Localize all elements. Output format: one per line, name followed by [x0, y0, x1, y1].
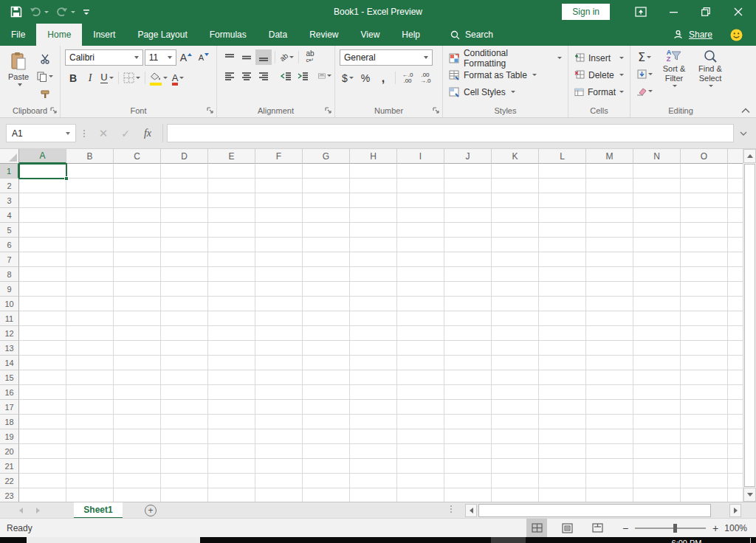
bold-button[interactable]: B — [65, 70, 81, 86]
search-box[interactable]: Search — [450, 24, 493, 46]
cell[interactable] — [161, 429, 208, 444]
cell[interactable] — [350, 179, 397, 193]
cell[interactable] — [19, 326, 66, 341]
cell[interactable] — [208, 223, 255, 238]
cell[interactable] — [208, 267, 255, 282]
cell[interactable] — [350, 208, 397, 223]
tab-view[interactable]: View — [350, 24, 391, 46]
cell[interactable] — [303, 164, 350, 179]
cell[interactable] — [633, 311, 681, 326]
cell[interactable] — [208, 459, 255, 474]
underline-button[interactable]: U — [99, 70, 115, 86]
cell[interactable] — [681, 488, 728, 502]
cell[interactable] — [255, 459, 303, 474]
column-header-F[interactable]: F — [255, 149, 303, 164]
cell[interactable] — [492, 326, 539, 341]
number-format-select[interactable]: General — [340, 49, 433, 66]
cell[interactable] — [114, 297, 161, 311]
cell[interactable] — [397, 400, 444, 415]
cell[interactable] — [586, 297, 633, 311]
name-box[interactable]: A1 — [6, 124, 76, 142]
cell[interactable] — [208, 341, 255, 356]
cell[interactable] — [161, 193, 208, 208]
cell[interactable] — [350, 282, 397, 297]
column-header-C[interactable]: C — [114, 149, 161, 164]
cell[interactable] — [303, 385, 350, 400]
column-header-N[interactable]: N — [633, 149, 681, 164]
cell[interactable] — [19, 311, 66, 326]
save-button[interactable] — [10, 6, 22, 18]
cell[interactable] — [350, 341, 397, 356]
cell[interactable] — [114, 267, 161, 282]
row-header-7[interactable]: 7 — [0, 252, 19, 267]
cell-styles-button[interactable]: Cell Styles — [447, 83, 563, 100]
row-header-5[interactable]: 5 — [0, 223, 19, 238]
cell[interactable] — [66, 179, 114, 193]
cell[interactable] — [350, 164, 397, 179]
cell[interactable] — [303, 444, 350, 459]
row-header-2[interactable]: 2 — [0, 179, 19, 193]
cell[interactable] — [19, 267, 66, 282]
cell[interactable] — [255, 297, 303, 311]
cell[interactable] — [586, 208, 633, 223]
cell[interactable] — [66, 488, 114, 502]
next-sheet-button[interactable] — [36, 508, 40, 513]
scroll-up-button[interactable] — [743, 149, 756, 163]
cell[interactable] — [728, 474, 743, 488]
minimize-button[interactable] — [657, 0, 690, 24]
cell[interactable] — [66, 356, 114, 370]
cell[interactable] — [350, 474, 397, 488]
cell[interactable] — [19, 179, 66, 193]
cell[interactable] — [492, 370, 539, 385]
cell[interactable] — [303, 238, 350, 252]
cell[interactable] — [728, 341, 743, 356]
cell[interactable] — [303, 252, 350, 267]
cell[interactable] — [66, 297, 114, 311]
cell[interactable] — [397, 238, 444, 252]
cell[interactable] — [681, 326, 728, 341]
cell[interactable] — [586, 238, 633, 252]
cell[interactable] — [539, 208, 586, 223]
column-header-B[interactable]: B — [66, 149, 114, 164]
copy-button[interactable] — [35, 69, 55, 84]
font-color-button[interactable]: A — [170, 70, 186, 86]
decrease-indent-button[interactable] — [278, 68, 294, 83]
cell[interactable] — [255, 415, 303, 429]
cell[interactable] — [539, 179, 586, 193]
cell[interactable] — [539, 193, 586, 208]
cell[interactable] — [633, 341, 681, 356]
cell[interactable] — [161, 341, 208, 356]
align-center-button[interactable] — [238, 68, 255, 83]
cell[interactable] — [633, 223, 681, 238]
cell[interactable] — [633, 267, 681, 282]
cell[interactable] — [255, 326, 303, 341]
row-header-17[interactable]: 17 — [0, 400, 19, 415]
cell[interactable] — [681, 208, 728, 223]
column-header-D[interactable]: D — [161, 149, 208, 164]
cell[interactable] — [586, 444, 633, 459]
insert-cells-button[interactable]: Insert — [573, 49, 625, 66]
cell[interactable] — [350, 356, 397, 370]
cell[interactable] — [19, 356, 66, 370]
row-header-16[interactable]: 16 — [0, 385, 19, 400]
alignment-dialog-launcher[interactable] — [325, 107, 332, 114]
row-header-11[interactable]: 11 — [0, 311, 19, 326]
cell[interactable] — [66, 223, 114, 238]
column-header-M[interactable]: M — [586, 149, 633, 164]
cell[interactable] — [728, 164, 743, 179]
row-header-10[interactable]: 10 — [0, 297, 19, 311]
cell[interactable] — [161, 385, 208, 400]
cell[interactable] — [161, 208, 208, 223]
cell[interactable] — [586, 488, 633, 502]
cell[interactable] — [161, 488, 208, 502]
zoom-slider-thumb[interactable] — [673, 524, 677, 533]
cell[interactable] — [255, 400, 303, 415]
middle-align-button[interactable] — [238, 49, 255, 65]
cell[interactable] — [586, 179, 633, 193]
cell[interactable] — [492, 282, 539, 297]
tab-file[interactable]: File — [0, 24, 36, 46]
cell[interactable] — [350, 193, 397, 208]
cell[interactable] — [161, 297, 208, 311]
cell[interactable] — [19, 400, 66, 415]
cell[interactable] — [350, 297, 397, 311]
